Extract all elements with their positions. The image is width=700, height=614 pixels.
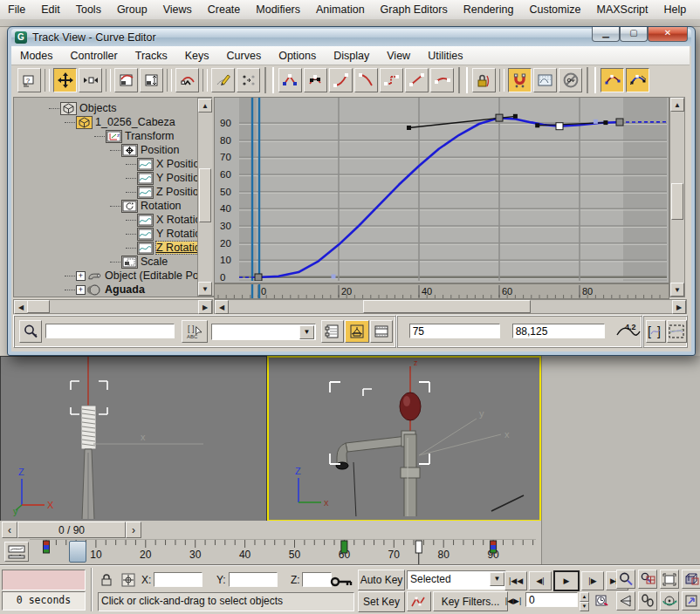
time-tag-field[interactable]: 0 seconds bbox=[2, 591, 86, 611]
tree-horizontal-scrollbar[interactable]: ◀▶ bbox=[13, 299, 213, 314]
move-keys-button[interactable] bbox=[53, 68, 77, 92]
tree-item-z-position[interactable]: Z Position bbox=[126, 185, 205, 199]
graph-vertical-scrollbar[interactable]: ▲ ▼ bbox=[669, 97, 684, 297]
dope-sheet-button[interactable] bbox=[370, 320, 393, 343]
tree-item-1-0256-cabeza[interactable]: 1_0256_Cabeza bbox=[65, 115, 175, 129]
tree-item-object-editable-poly-[interactable]: +Object (Editable Poly) bbox=[65, 269, 210, 283]
current-frame-field[interactable] bbox=[525, 592, 578, 607]
close-button[interactable]: ✕ bbox=[648, 27, 688, 42]
tv-menu-utilities[interactable]: Utilities bbox=[419, 50, 471, 62]
pan-view-button[interactable] bbox=[638, 591, 657, 611]
zoom-value-extents-button[interactable] bbox=[667, 320, 687, 343]
main-menu-customize[interactable]: Customize bbox=[521, 3, 588, 16]
parameter-out-of-range-button[interactable] bbox=[533, 68, 557, 92]
tree-item-aguada[interactable]: +Aguada bbox=[65, 283, 145, 297]
graph-vscroll[interactable]: ▲ ▼ bbox=[669, 97, 685, 297]
main-menu-create[interactable]: Create bbox=[200, 3, 249, 16]
show-tangents-button[interactable] bbox=[600, 68, 624, 92]
key-filter-set-dropdown[interactable]: Selected ▼ bbox=[407, 570, 506, 590]
show-selected-key-stats-button[interactable]: 4.2 bbox=[614, 320, 643, 343]
scale-values-button[interactable] bbox=[140, 68, 163, 92]
show-all-tangents-button[interactable] bbox=[626, 68, 649, 92]
viewport-right-active[interactable]: zxyZx bbox=[267, 356, 541, 522]
dropdown-arrow-icon[interactable]: ▼ bbox=[490, 572, 504, 586]
tv-menu-display[interactable]: Display bbox=[325, 50, 378, 62]
main-menu-graph-editors[interactable]: Graph Editors bbox=[373, 3, 456, 16]
snap-frames-button[interactable] bbox=[508, 68, 532, 92]
minimize-button[interactable]: ▁ bbox=[592, 27, 620, 42]
main-menu-file[interactable]: File bbox=[0, 3, 33, 16]
tree-item-transform[interactable]: zTransform bbox=[94, 129, 175, 143]
graph-horizontal-scrollbar[interactable]: ◀▶ bbox=[214, 299, 687, 314]
scale-keys-button[interactable] bbox=[114, 68, 138, 92]
scroll-down-arrow[interactable]: ▼ bbox=[670, 283, 684, 297]
maximize-viewport-toggle-button[interactable] bbox=[682, 591, 700, 611]
play-button[interactable]: ▶ bbox=[553, 570, 580, 591]
trackbar-ruler[interactable]: 102030405060708090 bbox=[30, 539, 536, 564]
main-menu-views[interactable]: Views bbox=[155, 3, 200, 16]
main-menu-animation[interactable]: Animation bbox=[308, 3, 373, 16]
tv-menu-options[interactable]: Options bbox=[270, 50, 325, 62]
absolute-offset-mode-toggle[interactable] bbox=[120, 571, 137, 589]
set-tangents-step-button[interactable] bbox=[380, 68, 403, 92]
set-tangents-custom-button[interactable] bbox=[304, 68, 327, 92]
zoom-all-button[interactable] bbox=[638, 570, 657, 589]
draw-curves-button[interactable] bbox=[211, 68, 235, 92]
time-slider-next-button[interactable]: › bbox=[126, 522, 141, 538]
tv-menu-modes[interactable]: Modes bbox=[11, 50, 62, 62]
zoom-selected-object-button[interactable] bbox=[19, 320, 42, 343]
reduce-keys-button[interactable] bbox=[237, 68, 260, 92]
main-menu-edit[interactable]: Edit bbox=[33, 3, 68, 16]
time-slider-handle[interactable] bbox=[69, 541, 86, 563]
track-bar[interactable]: 102030405060708090 bbox=[0, 539, 541, 564]
frame-spinner[interactable]: ▲▼ bbox=[580, 592, 589, 608]
x-coord-field[interactable] bbox=[154, 572, 202, 587]
next-frame-button[interactable]: |▶ bbox=[581, 571, 604, 590]
graph-time-ruler[interactable]: 020406080 bbox=[214, 283, 669, 299]
selected-key-value-field[interactable] bbox=[512, 324, 605, 338]
controller-hierarchy-tree[interactable]: Objects1_0256_CabezazTransformPositionX … bbox=[13, 97, 214, 297]
tree-item-label[interactable]: Transform bbox=[125, 130, 175, 142]
slide-keys-button[interactable] bbox=[79, 68, 102, 92]
set-tangents-linear-button[interactable] bbox=[405, 68, 429, 92]
track-view-titlebar[interactable]: G Track View - Curve Editor bbox=[11, 29, 691, 46]
set-tangents-fast-button[interactable] bbox=[329, 68, 353, 92]
set-tangents-smooth-button[interactable] bbox=[430, 68, 454, 92]
tv-menu-controller[interactable]: Controller bbox=[62, 50, 127, 62]
tree-expander[interactable]: + bbox=[76, 285, 86, 295]
main-menu-group[interactable]: Group bbox=[109, 3, 155, 16]
go-to-start-button[interactable]: |◀◀ bbox=[504, 571, 527, 590]
tv-menu-curves[interactable]: Curves bbox=[218, 50, 271, 62]
field-of-view-button[interactable] bbox=[616, 591, 635, 611]
tree-item-position[interactable]: Position bbox=[110, 143, 179, 157]
tree-item-label[interactable]: Position bbox=[141, 144, 179, 156]
previous-frame-button[interactable]: ◀| bbox=[529, 571, 552, 590]
show-keyable-icons-button[interactable] bbox=[559, 68, 582, 92]
zoom-extents-selected-button[interactable] bbox=[660, 570, 679, 589]
tree-item-z-rotation[interactable]: Z Rotation bbox=[126, 241, 207, 255]
scrollbar-thumb[interactable] bbox=[671, 183, 683, 220]
tree-item-rotation[interactable]: Rotation bbox=[110, 199, 182, 213]
tree-item-y-rotation[interactable]: Y Rotation bbox=[126, 227, 207, 241]
tree-item-label[interactable]: Aguada bbox=[105, 283, 145, 296]
zoom-button[interactable] bbox=[616, 570, 635, 589]
tree-item-x-position[interactable]: X Position bbox=[126, 157, 205, 171]
tv-menu-keys[interactable]: Keys bbox=[176, 50, 218, 62]
tree-expander[interactable]: + bbox=[76, 271, 86, 281]
open-mini-curve-editor-button[interactable] bbox=[4, 542, 29, 562]
z-coord-field[interactable] bbox=[302, 572, 332, 587]
main-menu-help[interactable]: Help bbox=[656, 3, 695, 16]
y-coord-field[interactable] bbox=[229, 572, 278, 587]
scroll-down-arrow[interactable]: ▼ bbox=[198, 282, 212, 296]
maxscript-mini-listener[interactable] bbox=[2, 570, 86, 590]
set-tangents-auto-button[interactable] bbox=[278, 68, 302, 92]
track-set-dropdown[interactable]: ▼ bbox=[211, 324, 316, 340]
auto-key-button[interactable]: Auto Key bbox=[358, 570, 405, 590]
tree-item-label[interactable]: 1_0256_Cabeza bbox=[95, 116, 175, 128]
orbit-button[interactable] bbox=[660, 591, 679, 611]
tv-menu-tracks[interactable]: Tracks bbox=[127, 50, 176, 62]
tree-item-objects[interactable]: Objects bbox=[49, 101, 116, 115]
main-menu-tools[interactable]: Tools bbox=[68, 3, 109, 16]
tree-item-x-rotation[interactable]: X Rotation bbox=[126, 213, 207, 227]
zoom-horizontal-extents-button[interactable]: [] bbox=[646, 320, 666, 343]
